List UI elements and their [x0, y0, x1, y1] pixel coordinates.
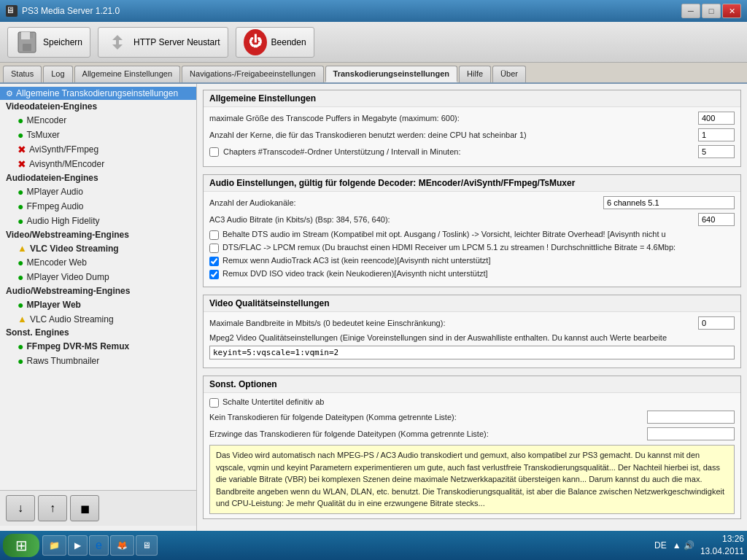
label-chapters: Chapters #Transcode#-Ordner Unterstützun… — [223, 147, 694, 156]
status-icon-avisynth-mencoder: ✖ — [18, 158, 26, 170]
status-icon-mplayer-video-dump: ● — [18, 271, 23, 283]
checkbox-dts-behalte[interactable] — [209, 230, 219, 240]
tab-status[interactable]: Status — [3, 66, 42, 82]
sidebar-item-mplayer-video-dump[interactable]: ● MPlayer Video Dump — [0, 270, 196, 284]
status-icon-mplayer-audio: ● — [18, 186, 23, 198]
taskbar-app-ps3[interactable]: 🖥 — [136, 535, 158, 556]
sidebar-item-mplayer-audio[interactable]: ● MPlayer Audio — [0, 184, 196, 199]
close-button[interactable]: ✕ — [722, 4, 741, 18]
toggle-button[interactable]: ◼ — [70, 495, 99, 521]
taskbar-app-ie[interactable]: e — [89, 535, 109, 556]
start-button[interactable]: ⊞ — [3, 534, 39, 557]
taskbar-app-media[interactable]: ▶ — [68, 535, 88, 556]
label-dts-behalte: Behalte DTS audio im Stream (Kompatibel … — [222, 230, 735, 238]
row-puffer-groesse: maximale Größe des Transcode Puffers in … — [209, 112, 735, 125]
sidebar-item-ffmpeg-dvr[interactable]: ● FFmpeg DVR-MS Remux — [0, 339, 196, 354]
row-ac3-bitrate: AC3 Audio Bitrate (in Kbits/s) (Bsp: 384… — [209, 213, 735, 226]
tab-navigation[interactable]: Navigations-/Freigabeeinstellungen — [182, 66, 323, 82]
status-icon-ffmpeg-dvr: ● — [18, 341, 23, 352]
sidebar-item-mplayer-web[interactable]: ● MPlayer Web — [0, 298, 196, 312]
checkbox-untertitel[interactable] — [209, 398, 219, 408]
sidebar-section-videodateien: Videodateien-Engines — [0, 100, 196, 113]
input-chapters[interactable] — [698, 145, 735, 158]
window-controls: ─ □ ✕ — [681, 4, 741, 18]
svg-rect-3 — [30, 33, 33, 38]
time: 13:26 — [700, 533, 744, 545]
taskbar-icon-file-manager: 📁 — [49, 540, 60, 551]
row-mpeg2-value — [209, 346, 735, 359]
tab-transkodierung[interactable]: Transkodierungseinstellungen — [325, 66, 458, 82]
restart-label: HTTP Server Neustart — [133, 37, 220, 47]
checkbox-chapters[interactable] — [209, 147, 219, 157]
tab-bar: Status Log Allgemeine Einstellungen Navi… — [0, 63, 747, 84]
sidebar-item-raws-thumbnailer[interactable]: ● Raws Thumbnailer — [0, 354, 196, 368]
tab-hilfe[interactable]: Hilfe — [459, 66, 491, 82]
sidebar-item-mencoder[interactable]: ● MEncoder — [0, 113, 196, 128]
sidebar-item-audio-high-fidelity[interactable]: ● Audio High Fidelity — [0, 214, 196, 228]
label-erzwinge-transkodieren: Erzwinge das Transkodieren für folgende … — [209, 429, 643, 438]
sidebar-item-vlc-audio[interactable]: ▲ VLC Audio Streaming — [0, 312, 196, 326]
label-untertitel: Schalte Untertitel definitiv ab — [222, 397, 735, 406]
maximize-button[interactable]: □ — [702, 4, 721, 18]
sidebar-item-allgemeine-transkodierung[interactable]: ⚙ Allgemeine Transkodierungseinstellunge… — [0, 87, 196, 100]
panel-buttons: ↓ ↑ ◼ — [0, 490, 196, 526]
sidebar-item-vlc-video[interactable]: ▲ VLC Video Streaming — [0, 241, 196, 255]
tab-allgemein[interactable]: Allgemeine Einstellungen — [74, 66, 181, 82]
label-kein-transkodieren: Kein Transkodieren für folgende Dateityp… — [209, 413, 643, 421]
input-ac3-bitrate[interactable] — [698, 213, 735, 226]
input-kerne[interactable] — [698, 128, 735, 141]
sidebar-item-tsmuxer[interactable]: ● TsMuxer — [0, 128, 196, 142]
sidebar-item-avisynth-mencoder[interactable]: ✖ Avisynth/MEncoder — [0, 157, 196, 171]
input-puffer-groesse[interactable] — [698, 112, 735, 125]
row-chapters: Chapters #Transcode#-Ordner Unterstützun… — [209, 145, 735, 158]
minimize-button[interactable]: ─ — [681, 4, 700, 18]
status-icon-vlc-video: ▲ — [18, 243, 27, 254]
input-erzwinge-transkodieren[interactable] — [647, 427, 735, 440]
quit-icon: ⏻ — [244, 31, 267, 54]
section-content-sonst: Schalte Untertitel definitiv ab Kein Tra… — [204, 393, 740, 518]
move-up-button[interactable]: ↑ — [38, 495, 67, 521]
label-mpeg2: Mpeg2 Video Qualitätseinstellungen (Eini… — [209, 333, 735, 342]
section-audio: Audio Einstellungen, gültig für folgende… — [203, 174, 741, 287]
sidebar-section-video-webstreaming: Video/Webstreaming-Engines — [0, 228, 196, 241]
sidebar-item-avisynth-ffmpeg[interactable]: ✖ AviSynth/FFmpeg — [0, 142, 196, 157]
status-icon-mencoder: ● — [18, 114, 23, 126]
quit-button[interactable]: ⏻ Beenden — [236, 27, 314, 58]
taskbar-app-firefox[interactable]: 🦊 — [110, 535, 134, 556]
move-down-button[interactable]: ↓ — [6, 495, 35, 521]
input-kein-transkodieren[interactable] — [647, 411, 735, 424]
row-remux-ac3: Remux wenn AudioTrack AC3 ist (kein reen… — [209, 256, 735, 266]
input-mpeg2-params[interactable] — [209, 346, 735, 359]
row-dts-behalte: Behalte DTS audio im Stream (Kompatibel … — [209, 230, 735, 240]
svg-rect-1 — [21, 32, 30, 39]
status-icon-raws-thumbnailer: ● — [18, 355, 23, 367]
label-bandbreite: Maximale Bandbreite in Mbits/s (0 bedeut… — [209, 319, 694, 327]
restart-button[interactable]: HTTP Server Neustart — [98, 27, 228, 58]
sidebar-item-ffmpeg-audio[interactable]: ● FFmpeg Audio — [0, 199, 196, 214]
input-bandbreite[interactable] — [698, 316, 735, 330]
checkbox-remux-dvd[interactable] — [209, 270, 219, 279]
tab-log[interactable]: Log — [43, 66, 72, 82]
row-untertitel: Schalte Untertitel definitiv ab — [209, 397, 735, 408]
row-audiokanale: Anzahl der Audiokanäle: — [209, 196, 735, 209]
sidebar-item-mencoder-web[interactable]: ● MEncoder Web — [0, 255, 196, 270]
status-icon-mplayer-web: ● — [18, 299, 23, 311]
section-allgemeine: Allgemeine Einstellungen maximale Größe … — [203, 90, 741, 167]
language-indicator: DE — [654, 540, 667, 551]
save-label: Speichern — [43, 37, 82, 47]
date: 13.04.2011 — [700, 545, 744, 558]
checkbox-remux-ac3[interactable] — [209, 257, 219, 266]
section-title-allgemeine: Allgemeine Einstellungen — [204, 90, 740, 107]
checkbox-dts-flac[interactable] — [209, 244, 219, 253]
label-remux-ac3: Remux wenn AudioTrack AC3 ist (kein reen… — [222, 256, 735, 265]
section-sonst-optionen: Sonst. Optionen Schalte Untertitel defin… — [203, 376, 741, 519]
label-dts-flac: DTS/FLAC -> LPCM remux (Du brauchst eine… — [222, 243, 735, 252]
taskbar-icon-media: ▶ — [74, 540, 81, 551]
taskbar-icon-ie: e — [96, 539, 102, 552]
taskbar-app-file-manager[interactable]: 📁 — [42, 535, 66, 556]
tab-ueber[interactable]: Über — [492, 66, 526, 82]
save-icon — [15, 31, 39, 54]
row-kein-transkodieren: Kein Transkodieren für folgende Dateityp… — [209, 411, 735, 424]
save-button[interactable]: Speichern — [7, 27, 90, 58]
input-audiokanale[interactable] — [603, 196, 735, 209]
